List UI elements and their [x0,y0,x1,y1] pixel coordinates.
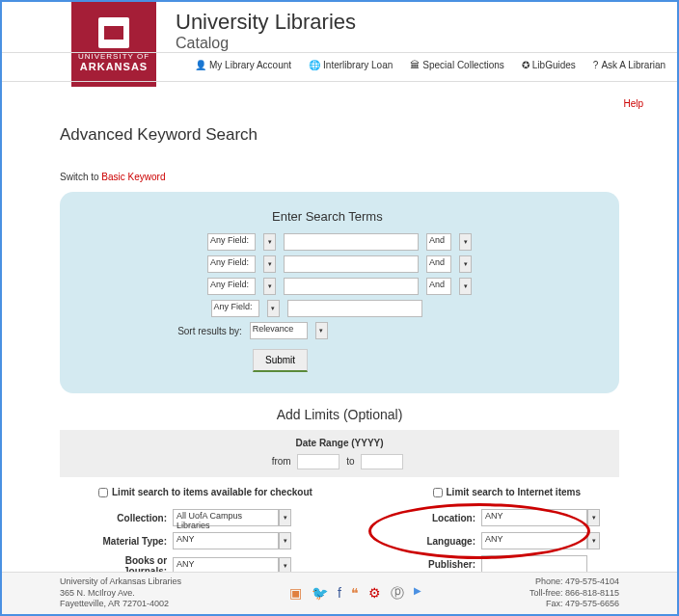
sort-label: Sort results by: [177,326,242,336]
field-select-3[interactable]: Any Field: [207,278,256,295]
site-subtitle: Catalog [176,35,356,52]
bool-select-3[interactable]: And [426,278,451,295]
footer-contact: Phone: 479-575-4104 Toll-free: 866-818-8… [530,576,619,610]
facebook-icon[interactable]: f [338,585,341,603]
user-icon: 👤 [195,60,206,70]
instagram-icon[interactable]: ▣ [289,585,302,603]
logo-icon [98,17,129,48]
chevron-down-icon[interactable]: ▾ [279,509,291,526]
chevron-down-icon[interactable]: ▾ [263,233,276,251]
date-to-input[interactable] [361,454,403,469]
blog-icon[interactable]: ❝ [351,585,359,603]
field-select-1[interactable]: Any Field: [207,233,256,251]
search-row-3: Any Field:▾ And▾ [98,278,581,295]
nav-interlibrary-loan[interactable]: 🌐Interlibrary Loan [309,60,393,70]
search-input-1[interactable] [284,233,419,251]
from-label: from [272,456,291,467]
chevron-down-icon[interactable]: ▾ [279,532,291,549]
date-range-title: Date Range (YYYY) [68,438,611,448]
divider [2,52,677,53]
submit-button[interactable]: Submit [253,349,308,372]
location-select[interactable]: ANY [481,509,587,526]
search-input-4[interactable] [287,300,422,317]
search-row-1: Any Field:▾ And▾ [98,233,581,251]
site-title: University Libraries [176,10,356,35]
collection-label: Collection: [117,513,167,523]
collection-select[interactable]: All UofA Campus Libraries [173,509,279,526]
limit-checkboxes: Limit search to items available for chec… [60,477,619,503]
add-limits-heading: Add Limits (Optional) [60,407,619,422]
nav-ask-librarian[interactable]: ?Ask A Librarian [593,60,665,70]
chevron-down-icon[interactable]: ▾ [315,322,328,339]
publisher-label: Publisher: [428,559,475,570]
switch-mode-line: Switch to Basic Keyword [60,172,619,182]
chevron-down-icon[interactable]: ▾ [459,255,472,273]
compass-icon: ✪ [522,60,530,70]
publisher-input[interactable] [481,555,587,573]
chevron-down-icon[interactable]: ▾ [459,278,472,295]
settings-icon[interactable]: ⚙ [368,585,381,603]
sort-select[interactable]: Relevance [250,322,308,339]
top-nav: 👤My Library Account 🌐Interlibrary Loan 🏛… [195,60,665,70]
bool-select-2[interactable]: And [426,255,451,273]
nav-libguides[interactable]: ✪LibGuides [522,60,576,70]
nav-my-account[interactable]: 👤My Library Account [195,60,291,70]
limit-internet-row[interactable]: Limit search to Internet items [433,487,581,497]
columns-icon: 🏛 [410,60,420,70]
limit-checkout-checkbox[interactable] [98,488,108,497]
language-select[interactable]: ANY [481,532,587,549]
footer: University of Arkansas Libraries 365 N. … [2,572,677,614]
social-icons: ▣ 🐦 f ❝ ⚙ ⓟ ▶ [289,585,421,603]
page-title: Advanced Keyword Search [60,125,619,145]
chevron-down-icon[interactable]: ▾ [587,509,600,526]
site-title-block: University Libraries Catalog [176,10,356,52]
university-logo[interactable]: UNIVERSITY OF ARKANSAS [71,2,156,87]
material-type-select[interactable]: ANY [173,532,279,549]
divider [2,81,677,82]
header: UNIVERSITY OF ARKANSAS University Librar… [2,2,677,89]
help-link[interactable]: Help [623,98,643,109]
date-from-input[interactable] [297,454,340,469]
chevron-down-icon[interactable]: ▾ [587,532,600,549]
logo-text-2: ARKANSAS [80,61,148,72]
youtube-icon[interactable]: ▶ [414,585,421,603]
search-input-3[interactable] [284,278,419,295]
footer-address: University of Arkansas Libraries 365 N. … [60,576,181,610]
date-range-panel: Date Range (YYYY) from to [60,430,619,477]
search-input-2[interactable] [284,255,419,273]
to-label: to [346,456,354,467]
search-terms-heading: Enter Search Terms [272,209,581,224]
chevron-down-icon[interactable]: ▾ [267,300,280,317]
limit-checkout-row[interactable]: Limit search to items available for chec… [98,487,312,497]
pinterest-icon[interactable]: ⓟ [391,585,404,603]
field-select-4[interactable]: Any Field: [211,300,259,317]
globe-icon: 🌐 [309,60,320,70]
field-select-2[interactable]: Any Field: [207,255,256,273]
location-label: Location: [432,513,475,523]
nav-special-collections[interactable]: 🏛Special Collections [410,60,504,70]
chevron-down-icon[interactable]: ▾ [459,233,472,251]
twitter-icon[interactable]: 🐦 [312,585,328,603]
search-row-4: Any Field:▾ [52,300,581,317]
material-type-label: Material Type: [103,536,168,547]
bool-select-1[interactable]: And [426,233,451,251]
search-terms-panel: Enter Search Terms Any Field:▾ And▾ Any … [60,192,619,393]
basic-keyword-link[interactable]: Basic Keyword [101,172,165,182]
limit-internet-checkbox[interactable] [433,488,443,497]
search-row-2: Any Field:▾ And▾ [98,255,581,273]
question-icon: ? [593,60,599,70]
sort-row: Sort results by: Relevance▾ [0,322,581,339]
chevron-down-icon[interactable]: ▾ [263,278,276,295]
language-label: Language: [426,536,475,547]
main-content: Advanced Keyword Search Switch to Basic … [2,89,677,616]
chevron-down-icon[interactable]: ▾ [263,255,276,273]
